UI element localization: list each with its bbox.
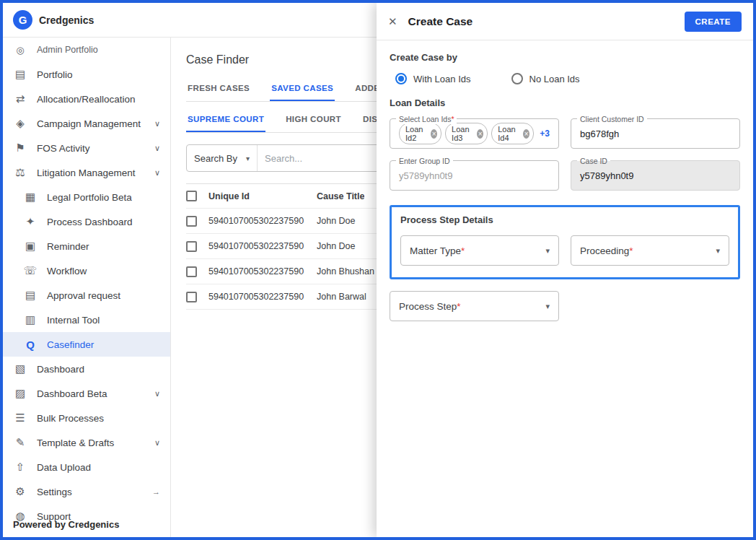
sidebar-item-label: Reminder bbox=[47, 241, 89, 252]
radio-no-loan-ids[interactable]: No Loan Ids bbox=[511, 73, 580, 84]
loan-chip[interactable]: Loan Id2× bbox=[399, 123, 441, 144]
sidebar-item-label: Casefinder bbox=[47, 339, 94, 350]
loan-id-radio-group: With Loan Ids No Loan Ids bbox=[395, 73, 740, 84]
radio-with-loan-ids[interactable]: With Loan Ids bbox=[395, 73, 471, 84]
row-checkbox[interactable] bbox=[186, 292, 197, 302]
proceeding-placeholder: Proceeding* bbox=[580, 245, 633, 256]
cause-title-cell: John Barwal bbox=[317, 292, 366, 302]
unique-id-cell: 5940107005302237590 bbox=[208, 241, 317, 251]
data-upload-icon: ⇧ bbox=[13, 461, 27, 474]
chip-remove-icon[interactable]: × bbox=[477, 129, 483, 139]
tab-fresh-cases[interactable]: FRESH CASES bbox=[186, 77, 251, 101]
sidebar-item-portfolio[interactable]: ▤ Portfolio bbox=[3, 62, 170, 87]
loan-chip[interactable]: Loan Id4× bbox=[491, 123, 534, 144]
credgenics-logo-icon: G bbox=[13, 10, 32, 30]
cause-title-cell: John Doe bbox=[317, 241, 356, 251]
sidebar-item-casefinder[interactable]: Q Casefinder bbox=[3, 332, 170, 357]
enter-group-id-field[interactable]: Enter Group ID y5789yhn0t9 bbox=[390, 160, 559, 191]
more-chips-badge[interactable]: +3 bbox=[540, 129, 550, 139]
sidebar-item-process-dashboard[interactable]: ✦ Process Dashboard bbox=[3, 209, 170, 234]
sidebar-item-reminder[interactable]: ▣ Reminder bbox=[3, 234, 170, 258]
select-all-checkbox[interactable] bbox=[186, 191, 197, 201]
sidebar-item-workflow[interactable]: ☏ Workflow bbox=[3, 258, 170, 283]
sidebar-item-label: Approval request bbox=[47, 290, 120, 301]
sidebar-item-label: Admin Portfolio bbox=[37, 45, 98, 55]
process-step-placeholder: Process Step* bbox=[399, 301, 461, 312]
workflow-icon: ☏ bbox=[23, 264, 38, 277]
app-window: G Credgenics ◎ Admin Portfolio ▤ Portfol… bbox=[0, 0, 756, 540]
dashboard-beta-icon: ▨ bbox=[13, 387, 27, 400]
sidebar-item-bulk-processes[interactable]: ☰ Bulk Processes bbox=[3, 406, 170, 430]
sidebar-item-label: Workflow bbox=[47, 266, 87, 276]
sidebar-item-settings[interactable]: ⚙ Settings → bbox=[3, 479, 170, 504]
sidebar-item-label: Campaign Management bbox=[37, 118, 141, 129]
matter-type-select[interactable]: Matter Type* ▾ bbox=[400, 235, 559, 266]
chevron-down-icon: ∨ bbox=[154, 389, 160, 399]
row-checkbox[interactable] bbox=[186, 241, 197, 252]
chevron-down-icon: ∨ bbox=[154, 168, 160, 178]
search-by-dropdown[interactable]: Search By ▾ bbox=[187, 145, 258, 171]
internal-tool-icon: ▥ bbox=[23, 313, 38, 326]
sidebar-item-internal-tool[interactable]: ▥ Internal Tool bbox=[3, 308, 170, 332]
caret-down-icon: ▾ bbox=[716, 246, 720, 256]
sidebar-item-label: Allocation/Reallocation bbox=[37, 94, 136, 105]
sidebar-item-label: Portfolio bbox=[37, 69, 73, 80]
sidebar-item-litigation-management[interactable]: ⚖ Litigation Management ∨ bbox=[3, 160, 170, 185]
cause-title-cell: John Doe bbox=[317, 216, 356, 226]
sidebar-item-allocation[interactable]: ⇄ Allocation/Reallocation bbox=[3, 87, 170, 111]
enter-group-id-placeholder: y5789yhn0t9 bbox=[399, 170, 452, 181]
process-dashboard-icon: ✦ bbox=[23, 215, 38, 228]
loan-chip[interactable]: Loan Id3× bbox=[445, 123, 488, 144]
drawer-body: Create Case by With Loan Ids No Loan Ids… bbox=[377, 40, 753, 333]
process-step-details-section: Process Step Details Matter Type* ▾ Proc… bbox=[390, 205, 740, 279]
sidebar-item-label: Legal Portfolio Beta bbox=[47, 192, 132, 203]
tab-supreme-court[interactable]: SUPREME COURT bbox=[186, 108, 265, 132]
caret-down-icon: ▾ bbox=[545, 302, 550, 311]
chip-remove-icon[interactable]: × bbox=[431, 129, 437, 139]
sidebar-item-campaign-management[interactable]: ◈ Campaign Management ∨ bbox=[3, 111, 170, 136]
sidebar-item-approval-request[interactable]: ▤ Approval request bbox=[3, 283, 170, 308]
tab-high-court[interactable]: HIGH COURT bbox=[284, 108, 343, 132]
select-loan-ids-label: Select Loan Ids* bbox=[396, 114, 457, 124]
chip-remove-icon[interactable]: × bbox=[523, 129, 529, 139]
drawer-header: ✕ Create Case CREATE bbox=[377, 3, 753, 40]
process-selects-row: Matter Type* ▾ Proceeding* ▾ bbox=[400, 235, 729, 266]
radio-label: With Loan Ids bbox=[413, 74, 471, 84]
loan-details-label: Loan Details bbox=[390, 97, 740, 108]
powered-by-footer: Powered by Credgenics bbox=[13, 519, 119, 530]
sidebar-item-fos-activity[interactable]: ⚑ FOS Activity ∨ bbox=[3, 136, 170, 160]
sidebar-item-dashboard[interactable]: ▧ Dashboard bbox=[3, 357, 170, 381]
sidebar-item-template-drafts[interactable]: ✎ Template & Drafts ∨ bbox=[3, 430, 170, 455]
unique-id-cell: 5940107005302237590 bbox=[208, 216, 317, 226]
cause-title-cell: John Bhushan bbox=[317, 266, 374, 276]
col-cause-title: Cause Title bbox=[317, 191, 364, 201]
case-id-label: Case ID bbox=[577, 156, 610, 166]
sidebar-item-legal-portfolio-beta[interactable]: ▦ Legal Portfolio Beta bbox=[3, 185, 170, 209]
portfolio-icon: ▤ bbox=[13, 68, 27, 81]
select-loan-ids-field[interactable]: Select Loan Ids* Loan Id2× Loan Id3× Loa… bbox=[390, 118, 559, 149]
sidebar-item-admin-portfolio[interactable]: ◎ Admin Portfolio bbox=[3, 38, 170, 62]
row-checkbox[interactable] bbox=[186, 266, 197, 277]
unique-id-cell: 5940107005302237590 bbox=[208, 292, 317, 302]
search-input[interactable] bbox=[258, 145, 379, 171]
chevron-down-icon: ∨ bbox=[154, 144, 160, 153]
sidebar-item-data-upload[interactable]: ⇧ Data Upload bbox=[3, 455, 170, 479]
chevron-down-icon: ∨ bbox=[154, 438, 160, 448]
proceeding-select[interactable]: Proceeding* ▾ bbox=[571, 235, 729, 266]
close-icon[interactable]: ✕ bbox=[388, 15, 397, 28]
create-button[interactable]: CREATE bbox=[685, 12, 742, 32]
client-customer-id-field[interactable]: Client Customer ID bg678fgh bbox=[571, 118, 740, 149]
arrow-right-icon: → bbox=[152, 487, 160, 496]
process-step-select[interactable]: Process Step* ▾ bbox=[390, 291, 559, 321]
allocation-icon: ⇄ bbox=[13, 92, 27, 105]
dashboard-icon: ▧ bbox=[13, 362, 27, 375]
sidebar-item-label: Bulk Processes bbox=[37, 413, 104, 424]
sidebar-item-dashboard-beta[interactable]: ▨ Dashboard Beta ∨ bbox=[3, 381, 170, 406]
process-step-details-label: Process Step Details bbox=[400, 214, 729, 225]
row-checkbox[interactable] bbox=[186, 216, 197, 227]
tab-saved-cases[interactable]: SAVED CASES bbox=[270, 77, 335, 101]
template-drafts-icon: ✎ bbox=[13, 436, 27, 449]
campaign-icon: ◈ bbox=[13, 117, 27, 130]
approval-request-icon: ▤ bbox=[23, 289, 38, 302]
sidebar-item-label: Dashboard bbox=[37, 364, 84, 375]
